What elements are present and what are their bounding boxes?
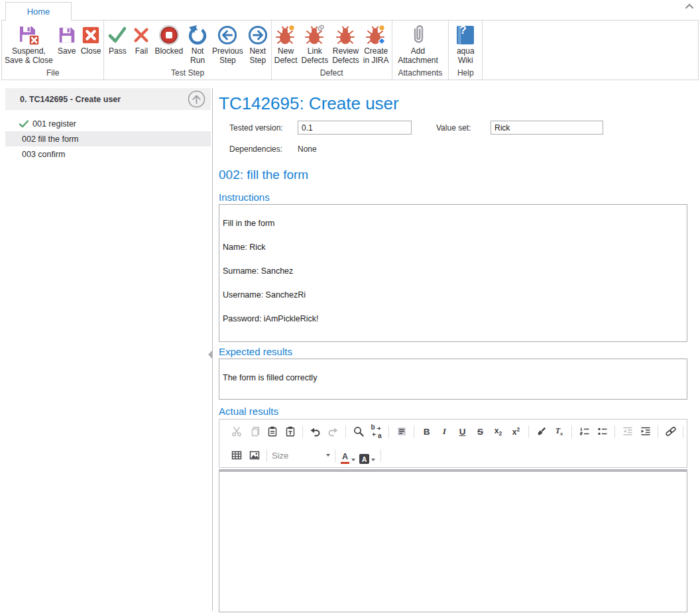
link-icon: [665, 426, 677, 437]
chevron-up-icon: [685, 3, 694, 9]
ribbon-group-attachments: Add Attachment Attachments: [392, 21, 449, 80]
button-label: in JIRA: [363, 56, 389, 66]
suspend-save-close-button[interactable]: Suspend, Save & Close: [3, 22, 55, 66]
expected-results-box: The form is filled correctly: [219, 359, 687, 400]
underline-button[interactable]: U: [453, 423, 471, 440]
value-set-input[interactable]: [491, 121, 603, 135]
step-item-002[interactable]: 002 fill the form: [5, 131, 211, 146]
bug-link-icon: [304, 23, 325, 47]
scroll-to-top-button[interactable]: [188, 90, 205, 108]
create-in-jira-button[interactable]: Create in JIRA: [361, 22, 391, 66]
step-item-003[interactable]: 003 confirm: [5, 146, 211, 162]
instruction-line: Username: SanchezRi: [223, 291, 681, 300]
step-item-001[interactable]: 001 register: [5, 116, 211, 131]
search-icon: [353, 426, 364, 437]
replace-button[interactable]: b a: [367, 423, 385, 440]
undo-button[interactable]: [306, 423, 324, 440]
aqua-wiki-button[interactable]: ? aqua Wiki: [453, 22, 477, 66]
italic-button[interactable]: I: [436, 423, 453, 440]
step-list: 001 register 002 fill the form 003 confi…: [0, 116, 211, 162]
tested-version-input[interactable]: [298, 121, 412, 135]
superscript-icon: x2: [512, 426, 520, 437]
cut-button[interactable]: [227, 423, 245, 440]
button-label: Wiki: [458, 56, 473, 66]
instructions-box: Fill in the form Name: Rick Surname: San…: [219, 204, 687, 342]
value-set-label: Value set:: [436, 123, 491, 133]
link-defects-button[interactable]: Link Defects: [299, 22, 330, 66]
button-label: Blocked: [154, 47, 183, 56]
select-all-button[interactable]: [392, 423, 410, 440]
replace-icon: b a: [371, 426, 382, 437]
bold-icon: B: [424, 427, 430, 437]
insert-link-button[interactable]: [662, 423, 679, 440]
outdent-icon: [622, 426, 633, 437]
fail-x-icon: [132, 23, 150, 47]
toolbar-separator: [302, 425, 303, 438]
copy-button[interactable]: [245, 423, 263, 440]
fail-button[interactable]: Fail: [130, 22, 152, 57]
toolbar-separator: [345, 425, 346, 438]
ribbon-collapse-button[interactable]: [683, 2, 695, 10]
button-label: Close: [81, 47, 101, 56]
font-size-dropdown[interactable]: Size: [272, 451, 330, 461]
strikethrough-button[interactable]: S: [471, 423, 489, 440]
undo-icon: [310, 426, 321, 437]
paste-button[interactable]: [263, 423, 281, 440]
superscript-button[interactable]: x2: [507, 423, 525, 440]
bug-new-icon: [275, 23, 296, 47]
sidebar-splitter[interactable]: [212, 88, 213, 610]
pass-button[interactable]: Pass: [105, 22, 130, 57]
blocked-stop-icon: [158, 23, 180, 47]
blocked-button[interactable]: Blocked: [152, 22, 185, 57]
dependencies-label: Dependencies:: [229, 144, 298, 154]
subscript-button[interactable]: x2: [489, 423, 507, 440]
paperclip-icon: [409, 23, 428, 47]
text-color-button[interactable]: A: [339, 447, 357, 464]
paste-text-icon: [285, 426, 296, 437]
pass-check-icon: [107, 23, 128, 47]
dependencies-value: None: [298, 144, 317, 154]
ribbon-group-label-test-step: Test Step: [105, 68, 270, 80]
bulleted-list-button[interactable]: [593, 423, 611, 440]
arrow-right-circle-icon: [247, 23, 268, 47]
ribbon-tab-home[interactable]: Home: [5, 2, 72, 21]
paste-as-text-button[interactable]: [281, 423, 299, 440]
review-defects-button[interactable]: Review Defects: [330, 22, 361, 66]
find-button[interactable]: [349, 423, 367, 440]
redo-button[interactable]: [324, 423, 342, 440]
numbered-list-button[interactable]: [575, 423, 593, 440]
copy-formatting-button[interactable]: [532, 423, 550, 440]
bold-button[interactable]: B: [418, 423, 436, 440]
insert-table-button[interactable]: [227, 447, 245, 464]
bulleted-list-icon: [597, 426, 608, 437]
passed-check-icon: [19, 120, 29, 128]
background-color-button[interactable]: A: [357, 447, 377, 464]
toolbar-separator: [266, 449, 267, 462]
previous-step-button[interactable]: Previous Step: [210, 22, 245, 66]
button-label: New: [278, 47, 294, 56]
increase-indent-button[interactable]: [636, 423, 654, 440]
ribbon: Suspend, Save & Close Save: [1, 20, 699, 80]
button-label: Defects: [332, 56, 359, 66]
ribbon-group-label-help: Help: [449, 68, 481, 80]
add-attachment-button[interactable]: Add Attachment: [396, 22, 440, 66]
actual-results-editor-area[interactable]: [219, 472, 687, 612]
insert-image-button[interactable]: [245, 447, 263, 464]
remove-format-button[interactable]: Tx: [550, 423, 568, 440]
toolbar-row-2: Size A A: [219, 443, 687, 467]
test-step-sidebar: 0. TC142695 - Create user 001 register 0…: [0, 88, 211, 615]
not-run-button[interactable]: Not Run: [185, 22, 210, 66]
button-label: Fail: [135, 47, 148, 56]
toolbar-separator: [658, 425, 658, 438]
next-step-button[interactable]: Next Step: [245, 22, 270, 66]
sidebar-header: 0. TC142695 - Create user: [5, 88, 211, 110]
button-label: Link: [308, 47, 322, 56]
decrease-indent-button[interactable]: [618, 423, 636, 440]
new-defect-button[interactable]: New Defect: [272, 22, 300, 66]
splitter-collapse-icon[interactable]: [208, 351, 212, 359]
close-button[interactable]: Close: [79, 22, 103, 57]
bug-icon: [335, 23, 357, 47]
save-button[interactable]: Save: [55, 22, 79, 57]
expected-results-text: The form is filled correctly: [223, 374, 681, 382]
toolbar-separator: [414, 425, 414, 438]
